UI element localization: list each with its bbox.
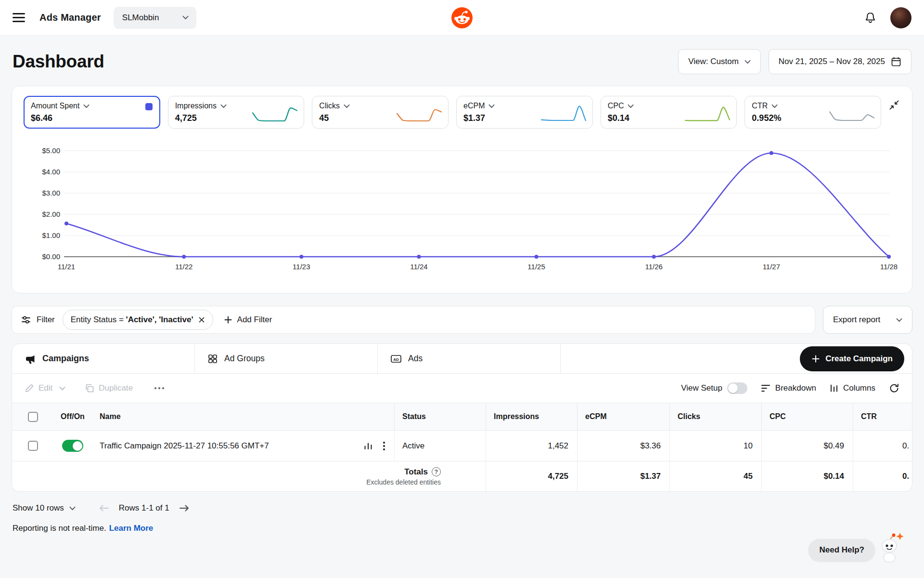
- row-checkbox[interactable]: [28, 441, 38, 451]
- filter-chip-entity-status[interactable]: Entity Status = 'Active', 'Inactive': [63, 310, 213, 330]
- metric-tile-impressions[interactable]: Impressions4,725: [168, 96, 305, 129]
- svg-text:11/22: 11/22: [175, 263, 192, 271]
- tab-label: Ad Groups: [224, 354, 265, 364]
- breakdown-button[interactable]: Breakdown: [761, 383, 816, 393]
- columns-label: Columns: [843, 383, 875, 393]
- create-campaign-button[interactable]: Create Campaign: [800, 346, 904, 371]
- totals-help-icon[interactable]: ?: [432, 467, 441, 476]
- totals-label: Totals: [404, 467, 428, 477]
- duplicate-button[interactable]: Duplicate: [85, 383, 133, 393]
- collapse-metrics-icon[interactable]: [889, 100, 899, 110]
- filter-chip-text: Entity Status = 'Active', 'Inactive': [71, 315, 193, 325]
- filter-bar: Filter Entity Status = 'Active', 'Inacti…: [12, 306, 912, 334]
- refresh-icon[interactable]: [889, 383, 899, 394]
- table-row: Traffic Campaign 2025-11-27 10:55:56 GMT…: [12, 431, 912, 461]
- header-impressions[interactable]: Impressions: [486, 403, 577, 430]
- menu-icon[interactable]: [13, 13, 25, 22]
- campaign-name-link[interactable]: Traffic Campaign 2025-11-27 10:55:56 GMT…: [100, 441, 269, 451]
- chevron-down-icon: [344, 104, 350, 108]
- more-actions-icon[interactable]: [152, 385, 167, 392]
- metric-label: CTR: [752, 102, 768, 110]
- cell-status: Active: [394, 431, 486, 461]
- row-on-off-toggle[interactable]: [62, 440, 83, 452]
- next-page-icon[interactable]: [179, 504, 190, 512]
- header-clicks[interactable]: Clicks: [669, 403, 761, 430]
- view-setup-toggle[interactable]: [727, 382, 747, 394]
- date-range-label: Nov 21, 2025 – Nov 28, 2025: [779, 57, 885, 66]
- reporting-note: Reporting is not real-time.Learn More: [13, 524, 911, 533]
- date-range-picker[interactable]: Nov 21, 2025 – Nov 28, 2025: [769, 49, 911, 74]
- columns-button[interactable]: Columns: [830, 383, 875, 393]
- cell-ctr: 0.: [853, 431, 912, 461]
- edit-dropdown-chevron[interactable]: [59, 386, 65, 391]
- totals-impressions: 4,725: [486, 461, 577, 491]
- tab-ads[interactable]: AD Ads: [378, 344, 561, 373]
- reddit-logo-icon[interactable]: [451, 7, 473, 28]
- ad-badge-icon: AD: [390, 354, 402, 364]
- rows-per-page-label: Show 10 rows: [13, 503, 64, 513]
- svg-text:AD: AD: [393, 357, 399, 361]
- duplicate-label: Duplicate: [99, 383, 133, 393]
- view-setup-control: View Setup: [681, 382, 747, 394]
- header-cpc[interactable]: CPC: [761, 403, 853, 430]
- header-ecpm[interactable]: eCPM: [577, 403, 669, 430]
- export-report-label: Export report: [833, 315, 880, 325]
- kebab-menu-icon[interactable]: [383, 441, 385, 451]
- header-name[interactable]: Name: [92, 403, 394, 430]
- add-filter-label: Add Filter: [237, 315, 272, 325]
- filter-button[interactable]: Filter: [21, 315, 55, 325]
- sparkline-ctr-icon: [828, 102, 876, 123]
- chevron-down-icon: [69, 506, 76, 511]
- rows-per-page-selector[interactable]: Show 10 rows: [13, 503, 76, 513]
- add-filter-button[interactable]: Add Filter: [224, 315, 272, 325]
- export-report-button[interactable]: Export report: [823, 306, 912, 334]
- amount-spent-chart: $5.00$4.00$3.00$2.00$1.00$0.0011/2111/22…: [24, 141, 900, 287]
- header-ctr[interactable]: CTR: [853, 403, 912, 430]
- help-mascot-icon: [876, 531, 907, 564]
- sparkline-clicks-icon: [395, 102, 443, 123]
- remove-filter-icon[interactable]: [194, 313, 209, 327]
- metric-tile-clicks[interactable]: Clicks45: [312, 96, 449, 129]
- header-off-on[interactable]: Off/On: [53, 403, 92, 430]
- svg-text:11/21: 11/21: [58, 263, 75, 271]
- pencil-icon: [25, 383, 34, 393]
- view-selector[interactable]: View: Custom: [678, 49, 761, 74]
- sparkline-impressions-icon: [251, 102, 299, 123]
- header-status[interactable]: Status: [394, 403, 486, 430]
- tab-label: Campaigns: [42, 354, 89, 364]
- cell-cpc: $0.49: [761, 431, 853, 461]
- metric-tile-cpc[interactable]: CPC$0.14: [601, 96, 737, 129]
- need-help-button[interactable]: Need Help?: [808, 539, 875, 561]
- metric-label: CPC: [608, 102, 624, 110]
- metric-tiles-row: Amount Spent$6.46Impressions4,725Clicks4…: [24, 96, 900, 129]
- learn-more-link[interactable]: Learn More: [109, 524, 154, 533]
- notifications-bell-icon[interactable]: [864, 11, 877, 24]
- metric-tile-ctr[interactable]: CTR0.952%: [744, 96, 881, 129]
- svg-text:11/27: 11/27: [763, 263, 780, 271]
- prev-page-icon[interactable]: [99, 504, 109, 512]
- edit-button[interactable]: Edit: [25, 383, 52, 393]
- account-selector[interactable]: SLMobbin: [114, 7, 196, 29]
- metric-tile-ecpm[interactable]: eCPM$1.37: [456, 96, 593, 129]
- chevron-down-icon: [771, 104, 778, 108]
- totals-ctr: 0.: [853, 461, 912, 491]
- select-all-checkbox[interactable]: [28, 412, 38, 422]
- chevron-down-icon: [488, 104, 495, 108]
- svg-text:11/23: 11/23: [293, 263, 310, 271]
- metric-label: Impressions: [175, 102, 217, 110]
- svg-text:$2.00: $2.00: [42, 210, 60, 218]
- row-chart-icon[interactable]: [363, 442, 373, 450]
- avatar[interactable]: [890, 7, 911, 28]
- series-color-chip: [145, 103, 153, 110]
- tab-campaigns[interactable]: Campaigns: [12, 344, 195, 373]
- account-name: SLMobbin: [122, 13, 159, 23]
- table-toolbar: Edit Duplicate View Setup Breakdown: [12, 374, 912, 403]
- totals-ecpm: $1.37: [577, 461, 669, 491]
- page-title: Dashboard: [13, 52, 104, 72]
- svg-text:$3.00: $3.00: [42, 189, 60, 197]
- tab-ad-groups[interactable]: Ad Groups: [195, 344, 378, 373]
- pagination-label: Rows 1-1 of 1: [119, 503, 169, 513]
- metric-tile-amount-spent[interactable]: Amount Spent$6.46: [24, 96, 160, 129]
- plus-icon: [811, 355, 820, 363]
- svg-text:11/24: 11/24: [410, 263, 427, 271]
